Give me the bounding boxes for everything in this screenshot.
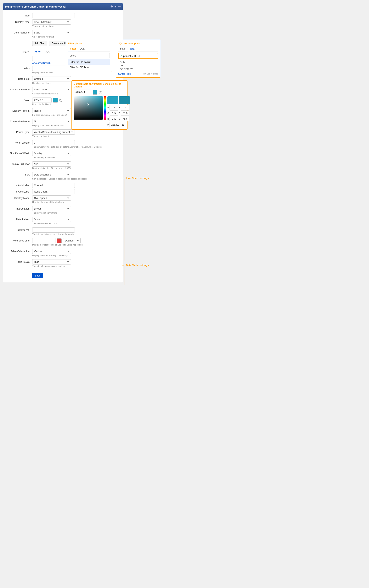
tick-interval-input[interactable] <box>32 227 75 232</box>
expand-icon[interactable]: ⤢ <box>114 5 117 8</box>
first-day-row: First Day of Week Sunday The first day o… <box>7 151 119 160</box>
jql-check-icon: ✓ <box>120 54 122 57</box>
hue-slider[interactable] <box>104 96 106 120</box>
first-day-select[interactable]: Sunday <box>32 151 71 156</box>
jql-tab-filter[interactable]: Filter <box>118 46 128 51</box>
table-totals-select[interactable]: Hide <box>32 259 71 264</box>
calc-mode-select[interactable]: Issue Count <box>32 87 71 92</box>
date-field-select[interactable]: Created <box>32 76 71 82</box>
jql-keyword-and[interactable]: AND <box>118 60 158 64</box>
interpolation-select[interactable]: Linear <box>32 206 71 211</box>
b2-input[interactable] <box>121 116 129 121</box>
move-icon[interactable]: ✥ <box>110 5 113 8</box>
table-orientation-row: Table Orientation Vertical Display filte… <box>7 249 119 258</box>
x-axis-input[interactable] <box>32 183 75 188</box>
reference-line-color-swatch[interactable] <box>57 238 62 243</box>
tick-interval-hint: The interval between each tick on the y-… <box>32 233 119 235</box>
fp-tab-filter[interactable]: Filter <box>68 46 78 51</box>
data-labels-select[interactable]: Show <box>32 217 71 222</box>
jql-tab-jql[interactable]: JQL <box>128 46 136 51</box>
color-label: Color <box>7 97 32 102</box>
jql-keyword-or[interactable]: OR <box>118 64 158 67</box>
display-mode-hint: How the lines should be displayed <box>32 201 119 203</box>
full-year-row: Display Full Year Yes Display all 4 digi… <box>7 161 119 171</box>
color-swatch[interactable] <box>53 98 58 103</box>
filter1-select[interactable] <box>32 56 71 61</box>
sort-select[interactable]: Date ascending <box>32 172 71 177</box>
color-gradient[interactable] <box>74 96 103 120</box>
reference-line-input[interactable] <box>32 238 55 243</box>
window-title: Multiple Filters Line Chart Gadget (Floa… <box>5 5 66 8</box>
full-year-hint: Display all 4 digits of the year (e.g. 2… <box>32 167 119 169</box>
title-row: Title <box>7 13 119 18</box>
filter-picker-panel: Filter picker Filter JQL Filter for CP b… <box>66 40 112 72</box>
color-sliders: R H G S B B <box>107 96 130 127</box>
reference-line-style-select[interactable]: Dashed <box>63 238 80 243</box>
filter-picker-input[interactable] <box>68 53 110 58</box>
color-scheme-label: Color Scheme <box>7 30 32 34</box>
color-scheme-row: Color Scheme Basic Color scheme for char… <box>7 30 119 40</box>
color-help-icon[interactable]: ? <box>59 99 62 102</box>
no-weeks-hint: The number of weeks to display before an… <box>32 146 119 148</box>
color-scheme-select[interactable]: Basic <box>32 30 71 35</box>
fp-result-2[interactable]: Filter for FIR board <box>68 65 110 70</box>
y-axis-label: Y Axis Label <box>7 189 32 193</box>
h-input[interactable] <box>121 105 129 110</box>
period-type-select[interactable]: Weeks Before (Including current) <box>32 129 75 135</box>
display-time-select[interactable]: Hours <box>32 108 71 113</box>
full-year-select[interactable]: Yes <box>32 161 71 167</box>
jql-input-value[interactable]: project = TEST <box>123 54 140 57</box>
filter1-tab-filter[interactable]: Filter <box>32 49 43 54</box>
r-input[interactable] <box>110 105 118 110</box>
display-type-control: Line Chart Only Types of data to display <box>32 19 119 29</box>
cumulative-select[interactable]: No <box>32 119 71 124</box>
eyedropper-icon[interactable]: ⊕ <box>122 123 124 126</box>
alias-label: Alias <box>7 66 32 70</box>
rgb-fields: R H G S B B <box>107 105 130 127</box>
color-input[interactable] <box>32 97 52 103</box>
no-weeks-input[interactable] <box>32 140 75 145</box>
display-mode-row: Display Mode Overlapped How the lines sh… <box>7 195 119 205</box>
color-picker-help-icon[interactable]: ? <box>99 91 102 94</box>
ref-line-controls: Dashed <box>32 238 119 243</box>
hash-input[interactable] <box>110 122 121 127</box>
g-input[interactable] <box>110 110 118 116</box>
display-type-select[interactable]: Line Chart Only <box>32 19 71 25</box>
jql-tabs: Filter JQL <box>118 46 158 52</box>
color-picker-top: ? <box>74 90 125 95</box>
y-axis-row: Y Axis Label <box>7 189 119 194</box>
tick-interval-row: Tick Interval The interval between each … <box>7 227 119 237</box>
display-mode-select[interactable]: Overlapped <box>32 195 71 201</box>
table-totals-hint: The totals for each column and row <box>32 265 119 267</box>
sort-label: Sort <box>7 172 32 176</box>
x-axis-row: X Axis Label <box>7 183 119 188</box>
menu-icon[interactable]: ⋯ <box>118 5 121 8</box>
fp-result-1[interactable]: Filter for CP board <box>68 59 110 65</box>
title-input[interactable] <box>32 13 75 18</box>
fp-tab-jql[interactable]: JQL <box>78 46 87 51</box>
titlebar-icons: ✥ ⤢ ⋯ <box>110 5 121 8</box>
interpolation-label: Interpolation <box>7 206 32 210</box>
filter-picker-tabs: Filter JQL <box>68 46 110 52</box>
filter1-tab-jql[interactable]: JQL <box>43 49 52 54</box>
jql-keyword-orderby[interactable]: ORDER BY <box>118 67 158 71</box>
y-axis-input[interactable] <box>32 189 75 194</box>
reference-line-hint: Display a reference line at a specific v… <box>32 244 119 246</box>
display-mode-label: Display Mode <box>7 195 32 200</box>
interpolation-row: Interpolation Linear The method of curve… <box>7 206 119 216</box>
color-picker-hex-input[interactable] <box>74 90 91 95</box>
sort-hint: Sort the labels or values in ascending o… <box>32 178 119 180</box>
table-orientation-label: Table Orientation <box>7 249 32 253</box>
color-scheme-control: Basic Color scheme for chart <box>32 30 119 40</box>
color-picker-swatch[interactable] <box>93 90 97 94</box>
display-time-label: Display Time In <box>7 108 32 112</box>
jql-syntax-help[interactable]: Syntax Help <box>118 73 131 75</box>
add-filter-button[interactable]: Add filter <box>32 41 47 46</box>
table-orientation-select[interactable]: Vertical <box>32 249 71 254</box>
color-gradient-bg <box>74 96 103 120</box>
jql-esc-hint: Hit Esc to close <box>143 73 158 75</box>
s-input[interactable] <box>121 110 129 116</box>
line-chart-bracket <box>122 178 124 261</box>
save-button[interactable]: Save <box>32 273 43 278</box>
b-input[interactable] <box>110 116 118 121</box>
